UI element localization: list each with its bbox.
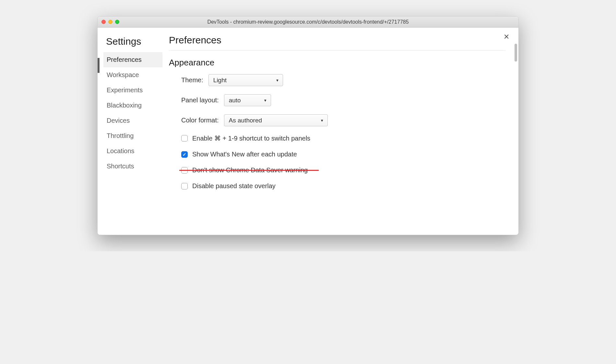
shortcut-checkbox-row: ✓ Enable ⌘ + 1-9 shortcut to switch pane…	[181, 134, 505, 142]
theme-label: Theme:	[181, 76, 203, 84]
content-area: Settings Preferences Workspace Experimen…	[98, 28, 518, 235]
whatsnew-checkbox-row: ✓ Show What's New after each update	[181, 151, 505, 158]
datasaver-checkbox-row: ✓ Don't show Chrome Data Saver warning	[181, 166, 505, 174]
theme-row: Theme: Light ▼	[181, 74, 505, 86]
shortcut-checkbox[interactable]: ✓	[181, 135, 188, 142]
main-panel: ✕ Preferences Appearance Theme: Light ▼ …	[162, 28, 518, 235]
paused-checkbox-label: Disable paused state overlay	[192, 182, 276, 190]
close-window-button[interactable]	[101, 20, 106, 24]
panel-layout-label: Panel layout:	[181, 97, 219, 104]
sidebar-item-preferences[interactable]: Preferences	[103, 52, 162, 67]
traffic-lights	[101, 20, 119, 24]
scrollbar[interactable]	[515, 44, 517, 232]
close-icon[interactable]: ✕	[503, 33, 509, 40]
sidebar-item-throttling[interactable]: Throttling	[103, 128, 162, 143]
sidebar-item-blackboxing[interactable]: Blackboxing	[103, 98, 162, 113]
sidebar-item-workspace[interactable]: Workspace	[103, 67, 162, 83]
appearance-settings: Theme: Light ▼ Panel layout: auto	[169, 74, 505, 190]
panel-layout-select[interactable]: auto	[224, 94, 271, 106]
sidebar-item-locations[interactable]: Locations	[103, 143, 162, 159]
sidebar-item-shortcuts[interactable]: Shortcuts	[103, 159, 162, 174]
color-format-row: Color format: As authored ▼	[181, 114, 505, 126]
section-appearance-title: Appearance	[169, 58, 505, 68]
whatsnew-checkbox-label: Show What's New after each update	[192, 151, 297, 158]
datasaver-checkbox[interactable]: ✓	[181, 167, 188, 174]
scrollbar-thumb[interactable]	[515, 44, 517, 62]
titlebar: DevTools - chromium-review.googlesource.…	[98, 17, 518, 28]
devtools-settings-window: DevTools - chromium-review.googlesource.…	[97, 16, 519, 235]
paused-checkbox[interactable]: ✓	[181, 183, 188, 189]
theme-select[interactable]: Light	[208, 74, 283, 86]
page-title: Preferences	[169, 35, 505, 46]
divider	[169, 50, 505, 51]
checkmark-icon: ✓	[183, 152, 186, 157]
sidebar-item-experiments[interactable]: Experiments	[103, 83, 162, 98]
window-title: DevTools - chromium-review.googlesource.…	[207, 19, 409, 25]
sidebar-title: Settings	[103, 33, 162, 52]
whatsnew-checkbox[interactable]: ✓	[181, 151, 188, 158]
datasaver-checkbox-label: Don't show Chrome Data Saver warning	[192, 166, 308, 174]
panel-layout-row: Panel layout: auto ▼	[181, 94, 505, 106]
paused-checkbox-row: ✓ Disable paused state overlay	[181, 182, 505, 190]
shortcut-checkbox-label: Enable ⌘ + 1-9 shortcut to switch panels	[192, 134, 310, 142]
maximize-window-button[interactable]	[115, 20, 119, 24]
minimize-window-button[interactable]	[108, 20, 113, 24]
sidebar-item-devices[interactable]: Devices	[103, 113, 162, 128]
color-format-select[interactable]: As authored	[224, 114, 328, 126]
sidebar: Settings Preferences Workspace Experimen…	[98, 28, 162, 235]
sidebar-active-indicator	[98, 58, 100, 73]
color-format-label: Color format:	[181, 117, 219, 124]
